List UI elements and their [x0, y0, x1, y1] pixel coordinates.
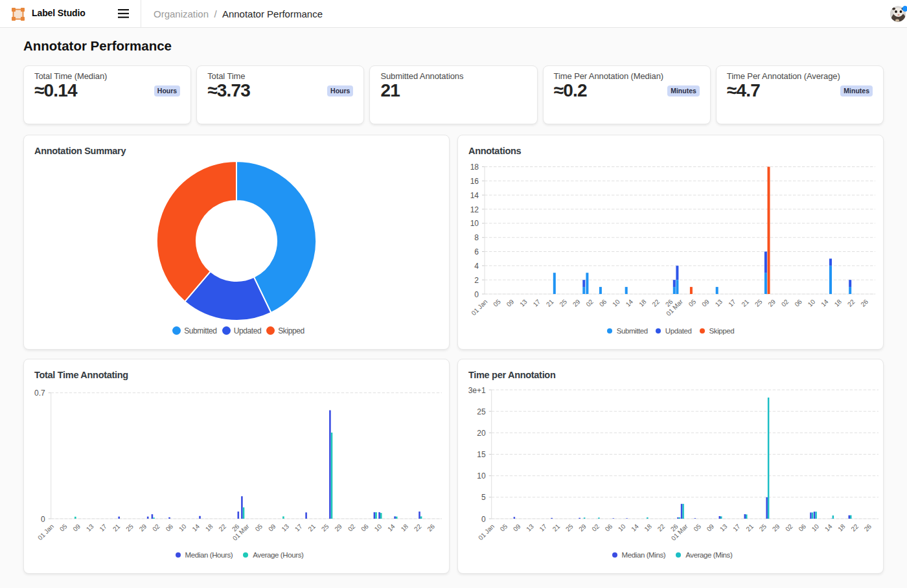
- svg-text:02: 02: [590, 523, 601, 533]
- svg-text:09: 09: [512, 523, 522, 533]
- svg-text:17: 17: [98, 523, 108, 533]
- svg-text:02: 02: [780, 298, 790, 308]
- svg-text:25: 25: [320, 523, 330, 533]
- svg-text:10: 10: [810, 523, 821, 533]
- svg-text:0: 0: [41, 515, 45, 524]
- svg-text:29: 29: [577, 523, 588, 533]
- svg-text:06: 06: [604, 523, 614, 533]
- svg-text:13: 13: [518, 298, 529, 308]
- svg-text:18: 18: [643, 523, 653, 533]
- svg-text:05: 05: [492, 298, 502, 308]
- svg-text:17: 17: [293, 523, 304, 533]
- svg-text:18: 18: [470, 163, 479, 172]
- svg-text:01 Jan: 01 Jan: [470, 298, 488, 317]
- svg-text:29: 29: [771, 523, 781, 533]
- svg-text:29: 29: [333, 523, 343, 533]
- svg-text:22: 22: [846, 298, 856, 308]
- svg-text:25: 25: [124, 523, 135, 533]
- svg-text:25: 25: [564, 523, 575, 533]
- svg-text:09: 09: [71, 523, 82, 533]
- svg-text:14: 14: [823, 523, 834, 533]
- svg-text:17: 17: [731, 523, 742, 533]
- svg-text:21: 21: [111, 523, 122, 533]
- svg-text:18: 18: [400, 523, 410, 533]
- svg-text:02: 02: [151, 523, 161, 533]
- svg-text:26: 26: [863, 523, 873, 533]
- svg-text:0: 0: [474, 290, 479, 299]
- svg-text:14: 14: [190, 523, 201, 533]
- svg-text:2: 2: [474, 276, 479, 285]
- svg-text:09: 09: [505, 298, 516, 308]
- svg-text:17: 17: [532, 298, 542, 308]
- svg-text:06: 06: [598, 298, 608, 308]
- svg-text:13: 13: [280, 523, 290, 533]
- svg-text:06: 06: [793, 298, 803, 308]
- svg-text:10: 10: [477, 471, 486, 481]
- svg-text:21: 21: [740, 298, 750, 308]
- svg-text:05: 05: [687, 298, 698, 308]
- svg-text:10: 10: [807, 298, 817, 308]
- svg-text:22: 22: [650, 298, 661, 308]
- svg-text:17: 17: [538, 523, 548, 533]
- svg-text:22: 22: [849, 523, 860, 533]
- svg-text:16: 16: [470, 177, 479, 186]
- svg-text:14: 14: [630, 523, 640, 533]
- svg-text:29: 29: [571, 298, 582, 308]
- svg-text:06: 06: [797, 523, 807, 533]
- svg-text:26: 26: [859, 298, 869, 308]
- svg-text:10: 10: [373, 523, 384, 533]
- svg-text:14: 14: [625, 298, 635, 308]
- svg-text:29: 29: [138, 523, 148, 533]
- svg-text:05: 05: [499, 523, 509, 533]
- svg-text:26: 26: [426, 523, 436, 533]
- svg-text:13: 13: [714, 298, 724, 308]
- svg-text:20: 20: [477, 429, 486, 438]
- svg-text:02: 02: [584, 298, 595, 308]
- svg-text:06: 06: [360, 523, 370, 533]
- svg-text:4: 4: [474, 262, 479, 271]
- svg-text:02: 02: [784, 523, 794, 533]
- svg-text:17: 17: [727, 298, 737, 308]
- svg-text:21: 21: [551, 523, 562, 533]
- svg-text:22: 22: [217, 523, 227, 533]
- svg-text:18: 18: [833, 298, 844, 308]
- svg-text:14: 14: [386, 523, 396, 533]
- svg-text:0.7: 0.7: [34, 389, 45, 398]
- svg-text:05: 05: [58, 523, 69, 533]
- svg-text:21: 21: [545, 298, 555, 308]
- svg-text:21: 21: [744, 523, 755, 533]
- svg-text:13: 13: [718, 523, 729, 533]
- svg-text:21: 21: [306, 523, 317, 533]
- svg-text:6: 6: [474, 247, 479, 256]
- svg-text:14: 14: [470, 191, 479, 200]
- svg-text:05: 05: [254, 523, 264, 533]
- svg-text:25: 25: [558, 298, 568, 308]
- svg-text:05: 05: [692, 523, 702, 533]
- svg-text:10: 10: [611, 298, 621, 308]
- svg-text:29: 29: [766, 298, 777, 308]
- svg-text:25: 25: [758, 523, 768, 533]
- svg-text:18: 18: [204, 523, 214, 533]
- svg-text:06: 06: [165, 523, 175, 533]
- svg-text:25: 25: [753, 298, 764, 308]
- svg-text:22: 22: [656, 523, 667, 533]
- svg-text:01 Jan: 01 Jan: [477, 523, 496, 541]
- svg-text:18: 18: [637, 298, 648, 308]
- svg-text:25: 25: [477, 407, 486, 416]
- svg-text:22: 22: [413, 523, 423, 533]
- svg-text:09: 09: [267, 523, 277, 533]
- svg-text:02: 02: [347, 523, 357, 533]
- svg-text:5: 5: [481, 493, 486, 502]
- svg-text:10: 10: [470, 219, 479, 228]
- svg-text:13: 13: [85, 523, 95, 533]
- svg-text:18: 18: [836, 523, 847, 533]
- svg-text:14: 14: [820, 298, 830, 308]
- svg-text:10: 10: [178, 523, 188, 533]
- svg-text:09: 09: [700, 298, 711, 308]
- svg-text:01 Jan: 01 Jan: [36, 523, 55, 541]
- svg-text:3e+1: 3e+1: [468, 386, 486, 395]
- svg-text:13: 13: [525, 523, 535, 533]
- svg-text:0: 0: [481, 515, 486, 524]
- svg-text:10: 10: [617, 523, 627, 533]
- svg-text:09: 09: [706, 523, 716, 533]
